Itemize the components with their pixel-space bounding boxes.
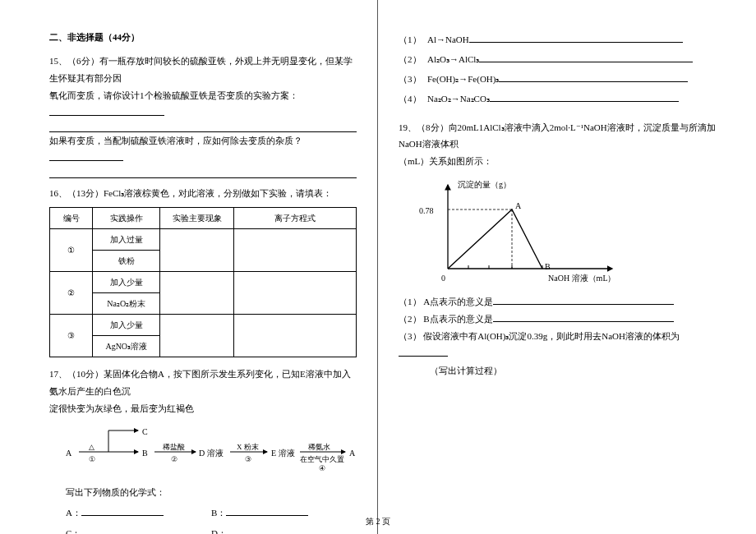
eq-chem: Fe(OH)₂→Fe(OH)₃ bbox=[427, 71, 499, 88]
cell-phen bbox=[160, 272, 234, 315]
question-16: 16、（13分）FeCl₃溶液棕黄色，对此溶液，分别做如下实验，请填表： 编号 … bbox=[49, 185, 357, 357]
blank bbox=[49, 151, 123, 161]
q17-prompt: 写出下列物质的化学式： bbox=[66, 484, 357, 501]
q19-sub1: （1） A点表示的意义是 bbox=[399, 293, 723, 311]
sub2-text: （2） B点表示的意义是 bbox=[399, 314, 493, 324]
q15-c: 如果有变质，当配制硫酸亚铁溶液时，应如何除去变质的杂质？ bbox=[49, 136, 302, 145]
node-A: A bbox=[66, 445, 71, 461]
eq-row: （1） Al→NaOH bbox=[399, 31, 723, 48]
node-D: D 溶液 bbox=[199, 445, 224, 461]
blank bbox=[469, 33, 683, 43]
th-id: 编号 bbox=[50, 208, 93, 229]
cell-ion bbox=[233, 315, 356, 357]
th-op: 实践操作 bbox=[93, 208, 160, 229]
label-D: D： bbox=[211, 528, 227, 534]
page-footer: 第 2 页 bbox=[0, 516, 756, 527]
q17-b: 淀很快变为灰绿色，最后变为红褐色 bbox=[49, 403, 194, 413]
q15-num: 15、 bbox=[49, 56, 67, 66]
blank bbox=[399, 347, 448, 357]
blank bbox=[81, 506, 164, 516]
q19-num: 19、 bbox=[399, 122, 417, 132]
flow-diagram: A △ ① C B 稀盐酸 ② D 溶液 X 粉末 ③ E 溶液 稀氨水 在空气… bbox=[49, 422, 357, 476]
node-end: A bbox=[349, 445, 355, 461]
cell-id: ② bbox=[50, 272, 93, 315]
chart: 沉淀的量（g） 0.78 A B 0 NaOH 溶液（mL） bbox=[415, 178, 629, 285]
blank bbox=[479, 53, 693, 62]
blank bbox=[226, 506, 308, 516]
question-19: 19、（8分）向20mL1AlCl₃溶液中滴入2mol·L⁻¹NaOH溶液时，沉… bbox=[399, 119, 723, 380]
label-C: C： bbox=[66, 528, 81, 534]
ytick: 0.78 bbox=[419, 203, 434, 219]
blank bbox=[493, 312, 674, 322]
node-C: C bbox=[142, 424, 148, 440]
table-row: 编号 实践操作 实验主要现象 离子方程式 bbox=[50, 208, 357, 229]
blank bbox=[490, 92, 679, 102]
blank bbox=[49, 168, 357, 178]
cell-id: ③ bbox=[50, 315, 93, 357]
q17-a: （10分）某固体化合物A，按下图所示发生系列变化，已知E溶液中加入氨水后产生的白… bbox=[49, 369, 351, 396]
section-title: 二、非选择题（44分） bbox=[49, 29, 357, 46]
th-phen: 实验主要现象 bbox=[160, 208, 234, 229]
table-row: ② 加入少量 bbox=[50, 272, 357, 293]
cell-op: AgNO₃溶液 bbox=[93, 336, 160, 357]
cell-id: ① bbox=[50, 229, 93, 272]
right-column: （1） Al→NaOH （2） Al₂O₃→AlCl₃ （3） Fe(OH)₂→… bbox=[378, 0, 756, 534]
origin: 0 bbox=[441, 270, 445, 286]
q15-b: 氧化而变质，请你设计1个检验硫酸亚铁是否变质的实验方案： bbox=[49, 90, 298, 100]
q19-sub3: （3） 假设溶液中有Al(OH)₃沉淀0.39g，则此时用去NaOH溶液的体积为 bbox=[399, 328, 723, 362]
eq-row: （2） Al₂O₃→AlCl₃ bbox=[399, 51, 723, 68]
q16-table: 编号 实践操作 实验主要现象 离子方程式 ① 加入过量 铁粉 ② 加入少量 Na… bbox=[49, 207, 357, 357]
blank bbox=[499, 72, 688, 82]
chart-svg bbox=[415, 178, 629, 285]
eq-row: （4） Na₂O₂→Na₂CO₃ bbox=[399, 90, 723, 108]
cell-op: 加入少量 bbox=[93, 315, 160, 336]
q15-a: （6分）有一瓶存放时间较长的硫酸亚铁，外观上并无明显变化，但某学生怀疑其有部分因 bbox=[49, 56, 353, 83]
question-15: 15、（6分）有一瓶存放时间较长的硫酸亚铁，外观上并无明显变化，但某学生怀疑其有… bbox=[49, 53, 357, 178]
blank bbox=[49, 122, 357, 132]
eq-chem: Al→NaOH bbox=[427, 31, 469, 48]
table-row: ③ 加入少量 bbox=[50, 315, 357, 336]
q19-b: （mL）关系如图所示： bbox=[399, 156, 492, 166]
sub1-text: （1） A点表示的意义是 bbox=[399, 297, 493, 306]
node-B: B bbox=[142, 445, 148, 461]
cell-op: Na₂O₂粉末 bbox=[93, 293, 160, 315]
blank bbox=[49, 106, 164, 116]
cell-op: 加入少量 bbox=[93, 272, 160, 293]
cell-phen bbox=[160, 229, 234, 272]
eq-row: （3） Fe(OH)₂→Fe(OH)₃ bbox=[399, 71, 723, 88]
cell-op: 铁粉 bbox=[93, 251, 160, 272]
q19-sub3b: （写出计算过程） bbox=[430, 362, 723, 380]
xlabel: NaOH 溶液（mL） bbox=[548, 270, 616, 286]
step3b: ③ bbox=[245, 453, 251, 467]
cell-op: 加入过量 bbox=[93, 229, 160, 251]
eq-chem: Al₂O₃→AlCl₃ bbox=[427, 51, 479, 68]
step4c: ④ bbox=[319, 462, 325, 476]
q16-text: （13分）FeCl₃溶液棕黄色，对此溶液，分别做如下实验，请填表： bbox=[67, 188, 332, 198]
question-17: 17、（10分）某固体化合物A，按下图所示发生系列变化，已知E溶液中加入氨水后产… bbox=[49, 366, 357, 534]
step1b: ① bbox=[89, 453, 95, 467]
eq-lbl: （1） bbox=[399, 31, 427, 48]
th-ion: 离子方程式 bbox=[233, 208, 356, 229]
left-column: 二、非选择题（44分） 15、（6分）有一瓶存放时间较长的硫酸亚铁，外观上并无明… bbox=[0, 0, 378, 534]
eq-lbl: （2） bbox=[399, 51, 427, 68]
q17-num: 17、 bbox=[49, 369, 67, 379]
cell-phen bbox=[160, 315, 234, 357]
eq-lbl: （3） bbox=[399, 71, 427, 88]
sub3-text: （3） 假设溶液中有Al(OH)₃沉淀0.39g，则此时用去NaOH溶液的体积为 bbox=[399, 331, 680, 341]
step2b: ② bbox=[171, 453, 177, 467]
eq-lbl: （4） bbox=[399, 90, 427, 108]
table-row: ① 加入过量 bbox=[50, 229, 357, 251]
q19-a: （8分）向20mL1AlCl₃溶液中滴入2mol·L⁻¹NaOH溶液时，沉淀质量… bbox=[399, 122, 716, 150]
point-A: A bbox=[515, 198, 521, 214]
cell-ion bbox=[233, 272, 356, 315]
eq-chem: Na₂O₂→Na₂CO₃ bbox=[427, 90, 490, 108]
cell-ion bbox=[233, 229, 356, 272]
blank bbox=[493, 295, 674, 305]
ylabel: 沉淀的量（g） bbox=[458, 177, 511, 192]
q16-num: 16、 bbox=[49, 188, 67, 198]
q19-sub2: （2） B点表示的意义是 bbox=[399, 311, 723, 328]
node-E: E 溶液 bbox=[271, 445, 295, 461]
